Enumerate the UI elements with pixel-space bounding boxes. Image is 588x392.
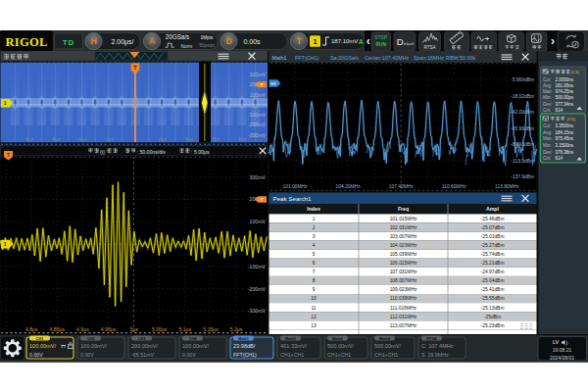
svg-text:RTSA: RTSA xyxy=(423,45,436,50)
svg-text:104.023MHz: 104.023MHz xyxy=(390,243,417,248)
svg-text:102.031MHz: 102.031MHz xyxy=(390,225,417,230)
svg-text:CH3: CH3 xyxy=(138,337,146,341)
svg-text:106.015MHz: 106.015MHz xyxy=(390,261,417,266)
svg-text:A: A xyxy=(149,36,155,46)
svg-text:FFT(CH1): FFT(CH1) xyxy=(233,352,257,358)
svg-text:300mV: 300mV xyxy=(250,72,267,77)
svg-text:Peak Search1: Peak Search1 xyxy=(273,195,312,202)
svg-text:LV: LV xyxy=(553,339,560,345)
svg-text:4μs: 4μs xyxy=(185,136,194,142)
svg-text:1: 1 xyxy=(4,101,7,106)
svg-text:500.00mV/: 500.00mV/ xyxy=(374,343,401,349)
svg-text:Math3: Math3 xyxy=(332,337,343,341)
svg-text:-25dBm: -25dBm xyxy=(484,315,501,319)
svg-text:›: › xyxy=(551,34,555,48)
svg-text:: 50.00ns/div: : 50.00ns/div xyxy=(137,149,167,155)
svg-text:100mV: 100mV xyxy=(250,219,267,224)
svg-text:100.00mV/: 100.00mV/ xyxy=(29,343,56,349)
svg-text:2: 2 xyxy=(313,225,316,230)
svg-text:(t): (t) xyxy=(100,149,105,155)
svg-text:10: 10 xyxy=(311,296,317,301)
svg-text:2024/08/01: 2024/08/01 xyxy=(550,355,574,361)
svg-text:Cur:: Cur: xyxy=(543,77,552,82)
svg-text:-25.74dBm: -25.74dBm xyxy=(481,252,505,257)
svg-text:Max:: Max: xyxy=(543,136,553,141)
svg-text:-25.04dBm: -25.04dBm xyxy=(481,278,505,283)
svg-text:Freq: Freq xyxy=(398,206,409,212)
svg-text:Norm: Norm xyxy=(181,44,193,49)
svg-text:(C1): (C1) xyxy=(567,117,576,122)
svg-text:-24.97dBm: -24.97dBm xyxy=(481,270,505,274)
svg-text:STOP: STOP xyxy=(374,35,387,40)
svg-text:974.25ns: 974.25ns xyxy=(556,89,574,94)
svg-text:4.95μs: 4.95μs xyxy=(101,326,117,332)
svg-text:5: 5 xyxy=(313,252,316,257)
svg-text:101.00MHz: 101.00MHz xyxy=(282,184,308,189)
svg-text:3.3500ns: 3.3500ns xyxy=(556,123,574,128)
svg-text:-65.51mV: -65.51mV xyxy=(131,352,154,358)
svg-text:500.00mV/: 500.00mV/ xyxy=(327,343,354,349)
svg-text:-6μs: -6μs xyxy=(51,136,61,142)
svg-text:113.007MHz: 113.007MHz xyxy=(390,323,417,328)
svg-text:-137.9dBm: -137.9dBm xyxy=(511,174,534,179)
svg-text:200.00mV/: 200.00mV/ xyxy=(131,343,158,349)
svg-text:Span:16MHz: Span:16MHz xyxy=(414,55,444,61)
svg-text:1: 1 xyxy=(313,37,318,46)
svg-text:CH1: CH1 xyxy=(36,337,44,341)
svg-text:-25.41dBm: -25.41dBm xyxy=(481,287,505,292)
svg-text:181.05ns: 181.05ns xyxy=(556,83,574,88)
svg-text:7: 7 xyxy=(313,270,316,274)
svg-text:113.80MHz: 113.80MHz xyxy=(495,184,519,189)
svg-text:TD: TD xyxy=(63,38,75,47)
svg-text:H: H xyxy=(90,36,96,46)
svg-text:5.2μs: 5.2μs xyxy=(230,326,243,332)
svg-text:111.015MHz: 111.015MHz xyxy=(390,306,417,311)
svg-text:T: T xyxy=(7,152,10,158)
svg-text:T: T xyxy=(133,65,137,71)
svg-text:3: 3 xyxy=(313,234,316,239)
svg-text:Avg:: Avg: xyxy=(543,83,552,88)
svg-text:Math1: Math1 xyxy=(238,337,249,341)
svg-text:4.9μs: 4.9μs xyxy=(76,326,89,332)
svg-text:-25.21dBm: -25.21dBm xyxy=(481,261,505,266)
svg-text:-300mV: -300mV xyxy=(248,132,267,138)
svg-text:12: 12 xyxy=(311,315,317,319)
svg-text:Math2: Math2 xyxy=(285,337,296,341)
svg-text:109.023MHz: 109.023MHz xyxy=(390,287,417,292)
svg-text:efault: efault xyxy=(404,41,415,46)
svg-text:9: 9 xyxy=(313,287,316,292)
svg-text:104.20MHz: 104.20MHz xyxy=(336,184,362,189)
svg-text:4.8μs: 4.8μs xyxy=(25,326,38,332)
svg-text:Sa:20GSa/s: Sa:20GSa/s xyxy=(330,55,359,61)
svg-text:Center:107.40MHz: Center:107.40MHz xyxy=(365,55,410,61)
svg-text:S: 29.9MHz: S: 29.9MHz xyxy=(421,352,449,358)
svg-text:107.40MHz: 107.40MHz xyxy=(389,184,415,189)
svg-text:2μs: 2μs xyxy=(159,136,168,142)
svg-text:103.007MHz: 103.007MHz xyxy=(390,234,417,239)
svg-text:Cnt:: Cnt: xyxy=(543,156,551,161)
svg-text:20GSa/s: 20GSa/s xyxy=(166,33,190,40)
svg-text:Min:: Min: xyxy=(543,95,552,100)
svg-text:T: T xyxy=(296,36,302,46)
svg-text:-89.93dBm: -89.93dBm xyxy=(511,142,534,147)
svg-text:23.98dB/: 23.98dB/ xyxy=(233,343,256,349)
svg-text:Dev:: Dev: xyxy=(543,102,552,107)
svg-text:975.45ns: 975.45ns xyxy=(556,136,574,141)
svg-text:100mV: 100mV xyxy=(250,92,267,98)
svg-text:-300mV: -300mV xyxy=(248,308,267,314)
svg-text:614: 614 xyxy=(556,108,564,113)
svg-text:377.34ns: 377.34ns xyxy=(556,102,574,107)
svg-text:1Mpts: 1Mpts xyxy=(200,35,214,40)
svg-text:Max:: Max: xyxy=(543,89,553,94)
svg-text:6: 6 xyxy=(313,261,316,266)
svg-text:105.039MHz: 105.039MHz xyxy=(390,252,417,257)
svg-text:500.00ps: 500.00ps xyxy=(556,95,574,100)
svg-text:: 5.00μs: : 5.00μs xyxy=(191,149,210,155)
svg-text:5μs: 5μs xyxy=(129,326,138,332)
svg-text:CH1+CH1: CH1+CH1 xyxy=(280,352,304,358)
svg-text:-42.00dBm: -42.00dBm xyxy=(511,110,534,115)
svg-text:M1: M1 xyxy=(270,81,277,86)
svg-text:RTSA: RTSA xyxy=(426,337,437,341)
svg-text:Cur:: Cur: xyxy=(543,123,552,128)
svg-text:112.031MHz: 112.031MHz xyxy=(390,315,417,319)
